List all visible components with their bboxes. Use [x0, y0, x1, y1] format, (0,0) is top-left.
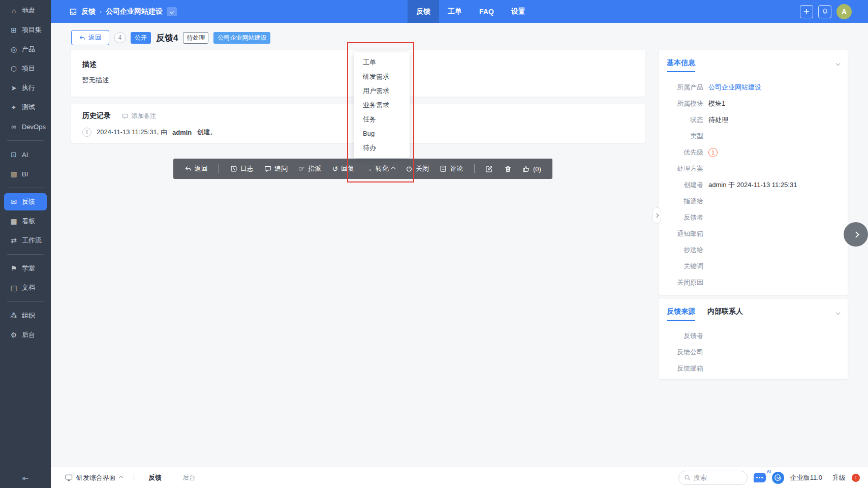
toolbar-edit-button[interactable] — [485, 165, 493, 173]
toolbar-ask-button[interactable]: 追问 — [264, 164, 288, 173]
field-row-cc: 抄送给 — [667, 242, 840, 258]
back-button[interactable]: 返回 — [71, 30, 109, 45]
field-label: 所属产品 — [667, 83, 703, 92]
field-label: 反馈者 — [667, 331, 703, 341]
notifications-button[interactable] — [818, 5, 831, 18]
menu-item-todo[interactable]: 待办 — [354, 141, 410, 155]
product-icon: ◎ — [10, 45, 18, 53]
sidebar-divider — [7, 188, 44, 188]
sidebar-item-execution[interactable]: ➤执行 — [4, 79, 47, 97]
log-icon — [230, 165, 237, 172]
gear-icon: ⚙ — [10, 331, 18, 339]
create-button[interactable] — [800, 5, 813, 18]
field-label: 优先级 — [667, 148, 703, 157]
field-label: 通知邮箱 — [667, 229, 703, 238]
breadcrumb-module[interactable]: 反馈 — [81, 7, 96, 16]
program-icon: ⊞ — [10, 26, 18, 34]
menu-item-bug[interactable]: Bug — [354, 127, 410, 141]
toolbar-log-button[interactable]: 日志 — [230, 164, 254, 173]
menu-item-ticket[interactable]: 工单 — [354, 55, 410, 70]
field-label: 处理方案 — [667, 164, 703, 173]
tab-ticket[interactable]: 工单 — [439, 0, 471, 23]
field-row-close-reason: 关闭原因 — [667, 274, 840, 291]
menu-item-user-story[interactable]: 用户需求 — [354, 84, 410, 98]
panel-expand-handle[interactable] — [652, 207, 661, 224]
next-item-button[interactable] — [844, 222, 868, 247]
sidebar-item-ai[interactable]: ⊡AI — [4, 146, 47, 163]
chevron-down-icon — [170, 9, 174, 13]
footer-nav-admin[interactable]: 后台 — [182, 473, 196, 482]
ai-assistant-icon[interactable]: AI — [754, 473, 766, 482]
breadcrumb-item[interactable]: 公司企业网站建设 — [106, 7, 163, 16]
sidebar-item-tutorial[interactable]: ⚑学堂 — [4, 260, 47, 277]
menu-item-task[interactable]: 任务 — [354, 112, 410, 127]
field-row-product: 所属产品公司企业网站建设 — [667, 79, 840, 96]
toolbar-convert-button[interactable]: → 转化 — [365, 164, 395, 173]
sidebar-item-devops[interactable]: ∞DevOps — [4, 118, 47, 135]
tab-feedback-source[interactable]: 反馈来源 — [667, 307, 695, 321]
sidebar-item-bi[interactable]: ▥BI — [4, 165, 47, 182]
breadcrumb-dropdown-toggle[interactable] — [167, 7, 177, 16]
sidebar-collapse-button[interactable]: ⇤ — [0, 474, 51, 483]
sidebar-item-org[interactable]: ⁂组织 — [4, 307, 47, 324]
sidebar-item-doc[interactable]: ▤文档 — [4, 279, 47, 296]
chevron-down-icon — [836, 62, 840, 66]
tab-settings[interactable]: 设置 — [503, 0, 534, 23]
chevron-right-icon — [853, 231, 859, 238]
sidebar-item-admin[interactable]: ⚙后台 — [4, 326, 47, 344]
toolbar-delete-button[interactable] — [504, 165, 512, 173]
toolbar-like-button[interactable]: (0) — [522, 165, 541, 173]
collapse-panel-button[interactable] — [836, 307, 840, 316]
top-actions: A — [800, 0, 852, 23]
search-input[interactable] — [694, 474, 739, 481]
upgrade-arrow-icon[interactable]: ↑ — [852, 474, 860, 482]
field-row-status: 状态待处理 — [667, 112, 840, 128]
search-icon — [684, 474, 691, 481]
sidebar-item-qa[interactable]: ⌖测试 — [4, 99, 47, 116]
field-row-feedback-by: 反馈者 — [667, 209, 840, 226]
toolbar-comment-button[interactable]: 评论 — [440, 164, 463, 173]
add-note-button[interactable]: 添加备注 — [122, 112, 156, 120]
main-sidebar: ⌂地盘 ⊞项目集 ◎产品 ⬡项目 ➤执行 ⌖测试 ∞DevOps ⊡AI ▥BI… — [0, 0, 51, 488]
sidebar-item-project[interactable]: ⬡项目 — [4, 60, 47, 77]
menu-item-dev-story[interactable]: 研发需求 — [354, 70, 410, 84]
menu-item-biz-story[interactable]: 业务需求 — [354, 98, 410, 112]
page-title: 反馈4 — [156, 32, 178, 44]
reply-arrow-icon — [184, 165, 192, 172]
sidebar-item-label: 学堂 — [22, 264, 35, 273]
sidebar-item-home[interactable]: ⌂地盘 — [4, 2, 47, 19]
footer-nav-feedback[interactable]: 反馈 — [148, 473, 162, 482]
field-row-solution: 处理方案 — [667, 161, 840, 177]
product-badge[interactable]: 公司企业网站建设 — [213, 32, 270, 44]
status-badge: 待处理 — [183, 32, 208, 44]
collapse-panel-button[interactable] — [836, 58, 840, 67]
speech-bubble-icon — [264, 165, 271, 172]
zentao-logo-icon[interactable] — [772, 472, 784, 484]
view-switcher[interactable]: 研发综合界面 — [65, 473, 122, 482]
convert-dropdown-menu: 工单 研发需求 用户需求 业务需求 任务 Bug 待办 — [354, 52, 410, 158]
field-value-link[interactable]: 公司企业网站建设 — [708, 83, 761, 92]
feedback-title-row: 返回 4 公开 反馈4 待处理 公司企业网站建设 — [71, 29, 270, 46]
field-row-feedback-email: 反馈邮箱 — [667, 360, 840, 377]
avatar[interactable]: A — [836, 4, 852, 19]
field-row-feedback-company: 反馈公司 — [667, 344, 840, 360]
power-icon — [406, 165, 413, 172]
toolbar-reply-button[interactable]: ↺ 回复 — [332, 164, 355, 173]
sidebar-item-kanban[interactable]: ▦看板 — [4, 212, 47, 230]
tab-feedback[interactable]: 反馈 — [408, 0, 439, 23]
sidebar-item-program[interactable]: ⊞项目集 — [4, 21, 47, 39]
sidebar-item-workflow[interactable]: ⇄工作流 — [4, 232, 47, 249]
sidebar-item-label: 工作流 — [22, 236, 42, 245]
tab-faq[interactable]: FAQ — [471, 0, 503, 23]
toolbar-close-button[interactable]: 关闭 — [406, 164, 429, 173]
tab-internal-contact[interactable]: 内部联系人 — [707, 307, 743, 320]
toolbar-back-button[interactable]: 返回 — [184, 164, 208, 173]
sidebar-item-feedback[interactable]: ✉反馈 — [4, 193, 47, 210]
toolbar-like-count: (0) — [533, 165, 541, 173]
sidebar-item-label: BI — [22, 170, 28, 178]
toolbar-assign-button[interactable]: ☞ 指派 — [299, 164, 322, 173]
history-entry-action: 创建。 — [197, 128, 216, 137]
upgrade-link[interactable]: 升级 — [832, 473, 846, 482]
sidebar-item-product[interactable]: ◎产品 — [4, 41, 47, 58]
history-entry-index: 1 — [82, 128, 91, 137]
